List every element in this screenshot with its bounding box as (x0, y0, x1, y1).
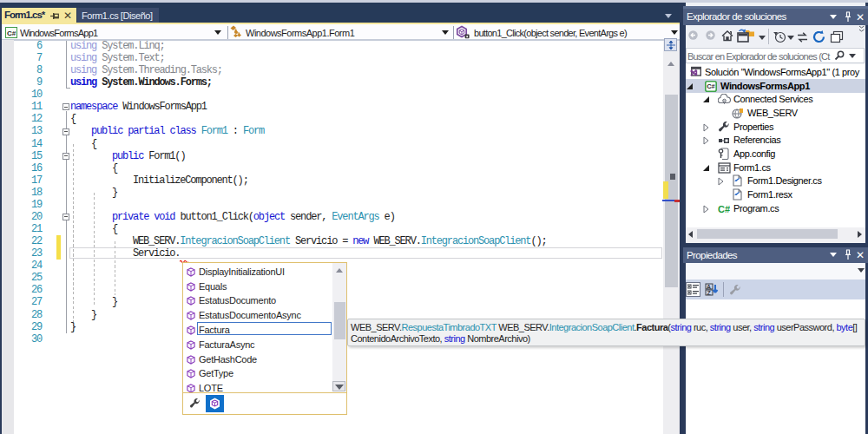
svg-text:A: A (707, 284, 711, 290)
svg-text:Z: Z (707, 290, 712, 296)
svg-text:C#: C# (7, 30, 16, 37)
svg-text:C#: C# (707, 82, 715, 90)
svg-text:C#: C# (718, 204, 730, 214)
